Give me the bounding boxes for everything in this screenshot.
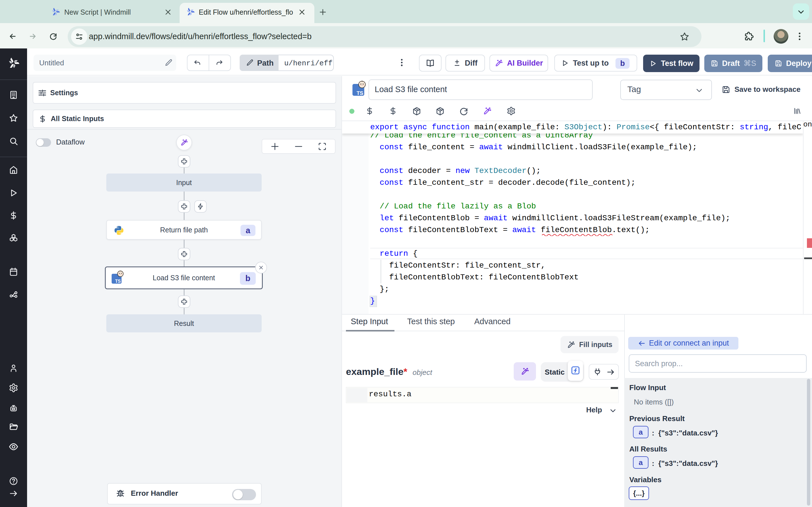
svg-text:TS: TS xyxy=(115,279,121,284)
svg-text:TS: TS xyxy=(357,90,363,96)
